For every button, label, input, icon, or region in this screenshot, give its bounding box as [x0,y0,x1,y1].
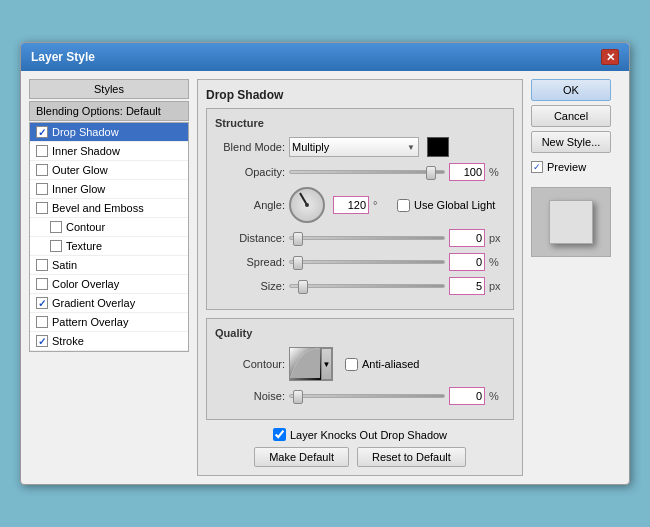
style-item-stroke[interactable]: Stroke [30,332,188,351]
spread-input[interactable] [449,253,485,271]
distance-slider[interactable] [289,236,445,240]
style-item-texture[interactable]: Texture [30,237,188,256]
texture-checkbox[interactable] [50,240,62,252]
opacity-unit: % [489,166,505,178]
global-light-row: Use Global Light [397,199,495,212]
size-input[interactable] [449,277,485,295]
structure-section: Structure Blend Mode: Multiply Normal Sc… [206,108,514,310]
satin-checkbox[interactable] [36,259,48,271]
style-item-inner-shadow[interactable]: Inner Shadow [30,142,188,161]
size-label: Size: [215,280,285,292]
stroke-label: Stroke [52,335,84,347]
knockout-checkbox[interactable] [273,428,286,441]
size-slider[interactable] [289,284,445,288]
contour-checkbox[interactable] [50,221,62,233]
anti-aliased-checkbox[interactable] [345,358,358,371]
opacity-input[interactable] [449,163,485,181]
spread-slider-thumb[interactable] [293,256,303,270]
preview-square [549,200,593,244]
bevel-emboss-label: Bevel and Emboss [52,202,144,214]
style-item-drop-shadow[interactable]: Drop Shadow [30,123,188,142]
structure-title: Structure [215,117,505,129]
blend-mode-select[interactable]: Multiply Normal Screen [289,137,419,157]
close-button[interactable]: ✕ [601,49,619,65]
outer-glow-label: Outer Glow [52,164,108,176]
knockout-label: Layer Knocks Out Drop Shadow [290,429,447,441]
angle-dial[interactable] [289,187,325,223]
style-item-contour[interactable]: Contour [30,218,188,237]
reset-default-button[interactable]: Reset to Default [357,447,466,467]
make-default-button[interactable]: Make Default [254,447,349,467]
size-unit: px [489,280,505,292]
contour-label: Contour: [215,358,285,370]
quality-title: Quality [215,327,505,339]
contour-preview[interactable] [290,348,322,380]
drop-shadow-checkbox[interactable] [36,126,48,138]
ok-button[interactable]: OK [531,79,611,101]
blend-color-swatch[interactable] [427,137,449,157]
global-light-label: Use Global Light [414,199,495,211]
noise-slider-thumb[interactable] [293,390,303,404]
style-item-outer-glow[interactable]: Outer Glow [30,161,188,180]
styles-header[interactable]: Styles [29,79,189,99]
layer-style-dialog: Layer Style ✕ Styles Blending Options: D… [20,42,630,485]
quality-section: Quality Contour: ▼ [206,318,514,420]
blend-mode-select-wrapper[interactable]: Multiply Normal Screen [289,137,419,157]
preview-row: Preview [531,161,621,173]
pattern-overlay-checkbox[interactable] [36,316,48,328]
noise-slider[interactable] [289,394,445,398]
dialog-title: Layer Style [31,50,95,64]
distance-slider-thumb[interactable] [293,232,303,246]
angle-input[interactable] [333,196,369,214]
anti-aliased-label: Anti-aliased [362,358,419,370]
stroke-checkbox[interactable] [36,335,48,347]
inner-glow-checkbox[interactable] [36,183,48,195]
inner-glow-label: Inner Glow [52,183,105,195]
style-item-color-overlay[interactable]: Color Overlay [30,275,188,294]
style-item-pattern-overlay[interactable]: Pattern Overlay [30,313,188,332]
noise-unit: % [489,390,505,402]
color-overlay-label: Color Overlay [52,278,119,290]
pattern-overlay-label: Pattern Overlay [52,316,128,328]
style-item-inner-glow[interactable]: Inner Glow [30,180,188,199]
spread-label: Spread: [215,256,285,268]
opacity-slider-thumb[interactable] [426,166,436,180]
opacity-slider[interactable] [289,170,445,174]
noise-input[interactable] [449,387,485,405]
angle-unit: ° [373,199,389,211]
size-slider-thumb[interactable] [298,280,308,294]
blending-options[interactable]: Blending Options: Default [29,101,189,121]
drop-shadow-label: Drop Shadow [52,126,119,138]
global-light-checkbox[interactable] [397,199,410,212]
title-bar: Layer Style ✕ [21,43,629,71]
outer-glow-checkbox[interactable] [36,164,48,176]
cancel-button[interactable]: Cancel [531,105,611,127]
color-overlay-checkbox[interactable] [36,278,48,290]
spread-slider[interactable] [289,260,445,264]
inner-shadow-checkbox[interactable] [36,145,48,157]
new-style-button[interactable]: New Style... [531,131,611,153]
distance-row: Distance: px [215,229,505,247]
opacity-label: Opacity: [215,166,285,178]
preview-checkbox[interactable] [531,161,543,173]
distance-input[interactable] [449,229,485,247]
contour-dropdown-arrow[interactable]: ▼ [322,348,332,380]
angle-label: Angle: [215,199,285,211]
noise-row: Noise: % [215,387,505,405]
distance-unit: px [489,232,505,244]
bevel-emboss-checkbox[interactable] [36,202,48,214]
gradient-overlay-label: Gradient Overlay [52,297,135,309]
dial-dot [305,203,309,207]
spread-row: Spread: % [215,253,505,271]
style-item-bevel-emboss[interactable]: Bevel and Emboss [30,199,188,218]
contour-wrapper[interactable]: ▼ [289,347,333,381]
style-item-satin[interactable]: Satin [30,256,188,275]
opacity-row: Opacity: % [215,163,505,181]
style-item-gradient-overlay[interactable]: Gradient Overlay [30,294,188,313]
gradient-overlay-checkbox[interactable] [36,297,48,309]
texture-label: Texture [66,240,102,252]
inner-shadow-label: Inner Shadow [52,145,120,157]
style-list: Drop Shadow Inner Shadow Outer Glow Inne… [29,122,189,352]
size-row: Size: px [215,277,505,295]
spread-unit: % [489,256,505,268]
